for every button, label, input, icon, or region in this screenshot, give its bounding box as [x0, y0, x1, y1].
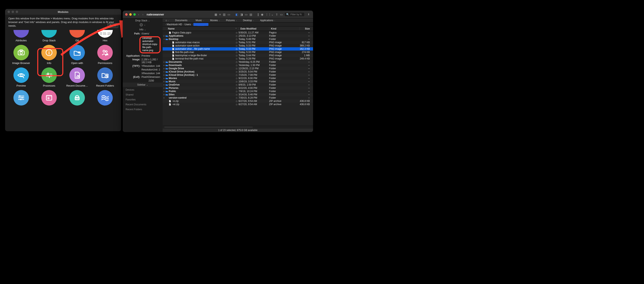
action-icon[interactable]: ▭ — [280, 13, 283, 16]
modules-titlebar[interactable]: Modules — [5, 9, 121, 15]
search-input[interactable]: 🔍 Filter by N — [284, 12, 305, 17]
info-header[interactable]: Info — [123, 27, 163, 32]
arrange-icon[interactable]: ⋮⋮⌄ — [266, 13, 274, 16]
maximize-icon[interactable] — [133, 13, 136, 16]
disclosure-icon[interactable]: ▸ — [163, 61, 166, 63]
module-item-12[interactable] — [7, 90, 35, 108]
file-row[interactable]: ▸iCloud Drive (Archive)◷3/25/20, 5:04 PM… — [163, 70, 313, 73]
col-kind[interactable]: Kind — [269, 27, 300, 30]
folder-tab-desktop[interactable]: Desktop⌄ — [240, 19, 257, 22]
drop-stack-icon[interactable]: ⌄ — [123, 23, 163, 27]
module-item-14[interactable]: KB — [63, 90, 91, 108]
disclosure-icon[interactable]: ▸ — [163, 97, 166, 99]
file-row[interactable]: ▸Pictures◷9/22/20, 4:00 PMFolder-- — [163, 86, 313, 90]
sidebar-item-recent-folders[interactable]: Recent Folders — [123, 107, 163, 112]
close-icon[interactable] — [125, 13, 128, 16]
dual-pane-icon[interactable]: ‖ — [258, 13, 259, 16]
view-gallery-icon[interactable]: ▭ — [228, 13, 230, 16]
col-date[interactable]: Date Modified — [238, 27, 269, 30]
file-row[interactable]: ▸Movies◷9/22/20, 6:00 PMFolder-- — [163, 77, 313, 80]
col-size[interactable]: Size — [300, 27, 313, 30]
file-row[interactable]: automator-save-action◷Today, 5:33 PMPNG … — [163, 44, 313, 47]
module-image-browser[interactable]: Image Browser — [7, 44, 35, 66]
download-icon[interactable]: ⬇ — [306, 13, 311, 16]
module-preview[interactable]: Preview — [7, 67, 35, 88]
module-permissions[interactable]: Permissions — [91, 44, 119, 66]
disclosure-icon[interactable]: ▸ — [163, 74, 166, 76]
module-item-15[interactable] — [91, 90, 119, 108]
quicklook-icon[interactable]: ◉ — [261, 13, 264, 16]
disclosure-icon[interactable]: ▸ — [163, 35, 166, 37]
disclosure-icon[interactable]: ▸ — [163, 71, 166, 73]
disclosure-icon[interactable]: ▸ — [163, 90, 166, 92]
file-row[interactable]: ▸OneDrive◷8/9/20, 1:59 PMFolder-- — [163, 83, 313, 86]
module-recent-folders[interactable]: Recent Folders — [91, 67, 119, 88]
file-row[interactable]: find-file-path-mac◷Today, 5:33 PMPNG ima… — [163, 51, 313, 54]
view-list-icon[interactable]: ≡ — [219, 13, 221, 16]
files-list[interactable]: Pagico Data.pgco◷5/30/20, 11:27 AMPagico… — [163, 31, 313, 126]
disclosure-icon[interactable]: ▸ — [163, 64, 166, 66]
file-row[interactable]: ▸Sites◷3/14/16, 5:46 PMFolder-- — [163, 93, 313, 96]
folder-tab-movies[interactable]: Movies⌄ — [207, 19, 223, 22]
file-row[interactable]: ▸Applications◷2/5/20, 3:13 PMFolder-- — [163, 34, 313, 38]
nav-back-button[interactable]: ‹ — [138, 13, 140, 16]
file-row[interactable]: ▸Documents◷Yesterday, 6:25 PMFolder-- — [163, 60, 313, 64]
get-button[interactable]: Get… — [108, 23, 118, 28]
file-row[interactable]: ~er.zip◷6/27/20, 9:54 AMZIP archive436.8… — [163, 103, 313, 106]
file-row[interactable]: terminal-find-file-path-mac◷Today, 5:28 … — [163, 57, 313, 60]
file-row[interactable]: automator-shor…file-path-name◷Today, 5:3… — [163, 47, 313, 51]
disclosure-icon[interactable]: ▸ — [163, 68, 166, 70]
disclosure-icon[interactable]: ▸ — [163, 94, 166, 96]
disclosure-icon[interactable]: ▸ — [163, 77, 166, 79]
module-open-with[interactable]: Open with — [63, 44, 91, 66]
module-processes[interactable]: Processes — [35, 67, 63, 88]
disclosure-icon[interactable]: ▸ — [163, 87, 166, 89]
crumb-users[interactable]: Users — [184, 23, 191, 26]
sidebar-item-devices[interactable]: Devices — [123, 87, 163, 92]
file-row[interactable]: ▾Desktop◷Today, 5:49 PMFolder-- — [163, 38, 313, 41]
file-row[interactable]: ▸version-control◷7/30/15, 6:28 PMFolder-… — [163, 96, 313, 99]
crumb-macintosh-hd[interactable]: Macintosh HD — [167, 23, 182, 26]
folder-tab-documents[interactable]: Documents⌄ — [172, 19, 193, 22]
col-name[interactable]: Name ⌃ — [163, 27, 238, 30]
module-drop-stack[interactable]: Drop Stack — [35, 30, 63, 43]
disclosure-icon[interactable]: ▸ — [163, 81, 166, 83]
file-row[interactable]: ▸Google Drive◷12/26/20, 2:13 PMFolder-- — [163, 67, 313, 70]
crumb-redacted[interactable]: ████ — [193, 23, 208, 26]
folder-tab-home[interactable]: ⌂⌄ — [163, 19, 172, 22]
file-row[interactable]: ▸Public◷7/9/19, 10:24 PMFolder-- — [163, 90, 313, 93]
drop-stack-header[interactable]: Drop Stack — [123, 18, 163, 23]
module-attributes[interactable]: Attributes — [7, 30, 35, 43]
panel3-icon[interactable]: ▤ — [250, 13, 252, 16]
module-hex[interactable]: 108 616c 743d 144 2222 2074Hex — [91, 30, 119, 43]
view-icon-icon[interactable]: ▦ — [214, 13, 217, 16]
folder-tab-applications[interactable]: Applications⌄ — [257, 19, 279, 22]
disclosure-icon[interactable]: ▾ — [163, 38, 166, 40]
file-row[interactable]: ~e.zip◷6/27/20, 9:54 AMZIP archive436.8 … — [163, 99, 313, 103]
sidebar-item-favorites[interactable]: Favorites — [123, 97, 163, 102]
file-row[interactable]: Pagico Data.pgco◷5/30/20, 11:27 AMPagico… — [163, 31, 313, 34]
tags-icon[interactable]: ⇪ — [276, 13, 278, 16]
sidebar-item-recent-documents[interactable]: Recent Documents — [123, 102, 163, 107]
panel2-icon[interactable]: ▭ — [245, 13, 248, 16]
horizontal-scrollbar[interactable] — [163, 126, 313, 128]
folder-tab-music[interactable]: Music⌄ — [193, 19, 207, 22]
disclosure-icon[interactable]: ▸ — [163, 84, 166, 86]
file-row[interactable]: leanmymac-x-large-file-finder◷Today, 5:4… — [163, 54, 313, 57]
module-recent-docume-[interactable]: Recent Docume… — [63, 67, 91, 88]
file-row[interactable]: ▸Downloads◷Yesterday, 1:30 PMFolder-- — [163, 64, 313, 67]
folder-tab-pictures[interactable]: Pictures⌄ — [223, 19, 240, 22]
module-info[interactable]: Info — [35, 44, 63, 66]
sidebar-toggle-icon[interactable]: ◧ — [236, 13, 238, 16]
nav-forward-button[interactable]: › — [142, 13, 144, 16]
file-row[interactable]: ▸Music◷10/8/19, 3:33 PMFolder-- — [163, 80, 313, 83]
panel-icon[interactable]: ◨ — [240, 13, 243, 16]
sidebar-header[interactable]: Sidebar — [123, 83, 163, 87]
module-item-13[interactable] — [35, 90, 63, 108]
module-git[interactable]: Git — [63, 30, 91, 43]
sidebar-item-shared[interactable]: Shared — [123, 92, 163, 97]
file-row[interactable]: automator-mac-macos◷Today, 5:31 PMPNG im… — [163, 41, 313, 44]
view-column-icon[interactable]: ▥ — [223, 13, 226, 16]
minimize-icon[interactable] — [129, 13, 132, 16]
file-row[interactable]: ▸iCloud Drive (Archive) - 1◷7/15/20, 7:0… — [163, 73, 313, 77]
